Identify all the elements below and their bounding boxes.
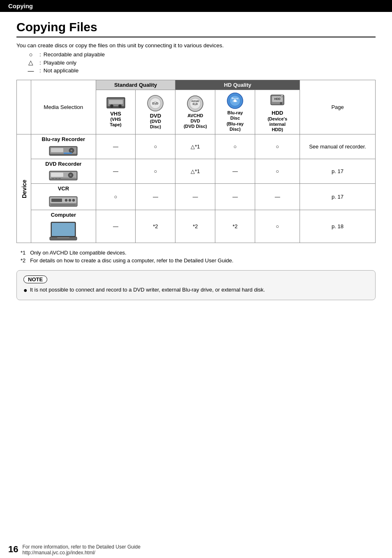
vcr-label: VCR: [31, 184, 96, 210]
vhs-media-header: VHS (VHS Tape): [96, 90, 136, 134]
main-content: Copying Files You can create discs or co…: [0, 12, 392, 315]
computer-page: p. 18: [300, 210, 376, 243]
hdd-media-header: HDD HDD (Device's internal HDD): [255, 90, 300, 134]
footnote-2: *2 For details on how to create a disc u…: [21, 257, 376, 264]
svg-text:DVD: DVD: [152, 102, 159, 105]
svg-rect-51: [57, 237, 69, 238]
dvd-rec-dvd: ○: [136, 159, 175, 184]
dvd-rec-vhs: —: [96, 159, 136, 184]
note-label: NOTE: [23, 276, 47, 283]
note-item-1: ● It is not possible to connect and reco…: [23, 287, 369, 294]
footnote-1-ref: *1: [21, 250, 29, 256]
footnote-2-ref: *2: [21, 257, 29, 264]
computer-hdd: ○: [255, 210, 300, 243]
svg-point-47: [72, 199, 75, 201]
bluray-rec-dvd: ○: [136, 134, 175, 159]
vcr-page: p. 17: [300, 184, 376, 210]
legend-symbol-triangle: △: [25, 59, 37, 66]
dvd-rec-page: p. 17: [300, 159, 376, 184]
legend-item-circle: ○ : Recordable and playable: [25, 51, 376, 58]
bluray-rec-bluray: ○: [215, 134, 255, 159]
svg-rect-31: [64, 153, 72, 154]
note-box: NOTE ● It is not possible to connect and…: [16, 270, 376, 300]
svg-point-2: [110, 104, 113, 108]
footnote-1: *1 Only on AVCHD Lite compatible devices…: [21, 250, 376, 256]
note-bullet: ●: [23, 287, 28, 294]
avchd-media-header: AVCHD DVD AVCHD DVD (DVD Disc): [175, 90, 215, 134]
dvd-rec-bluray: —: [215, 159, 255, 184]
footnote-1-text: Only on AVCHD Lite compatible devices.: [30, 250, 127, 256]
svg-text:HDD: HDD: [274, 97, 281, 100]
device-vertical-label: Device: [17, 134, 31, 243]
svg-rect-37: [55, 178, 58, 179]
legend-symbol-circle: ○: [25, 51, 37, 58]
computer-vhs: —: [96, 210, 136, 243]
standard-quality-header: Standard Quality: [96, 80, 175, 90]
footer-text: For more information, refer to the Detai…: [22, 544, 140, 556]
footer-line1: For more information, refer to the Detai…: [22, 544, 140, 550]
svg-rect-35: [51, 178, 76, 179]
svg-rect-36: [52, 178, 54, 179]
computer-bluray: *2: [215, 210, 255, 243]
svg-text:DVD: DVD: [193, 103, 198, 105]
svg-text:Blu-ray: Blu-ray: [232, 97, 239, 100]
computer-avchd: *2: [175, 210, 215, 243]
vcr-avchd: —: [175, 184, 215, 210]
page-title: Copying Files: [16, 20, 376, 37]
svg-point-3: [118, 104, 122, 108]
intro-text: You can create discs or copy the files o…: [16, 42, 376, 49]
svg-point-46: [69, 199, 71, 201]
svg-point-45: [65, 199, 67, 201]
svg-rect-34: [51, 173, 63, 177]
bluray-rec-page: See manual of recorder.: [300, 134, 376, 159]
computer-dvd: *2: [136, 210, 175, 243]
svg-rect-49: [52, 223, 75, 236]
legend-item-triangle: △ : Playable only: [25, 59, 376, 66]
footer-line2: http://manual.jvc.co.jp/index.html/: [22, 550, 140, 556]
bluray-rec-avchd: △*1: [175, 134, 215, 159]
svg-point-22: [280, 102, 282, 104]
dvd-recorder-label: DVD Recorder: [31, 159, 96, 184]
vcr-bluray: —: [215, 184, 255, 210]
svg-rect-4: [109, 100, 123, 104]
legend-symbol-dash: —: [25, 67, 37, 74]
svg-point-30: [71, 150, 72, 151]
dvd-rec-avchd: △*1: [175, 159, 215, 184]
svg-text:Disc: Disc: [233, 100, 238, 102]
footer: 16 For more information, refer to the De…: [0, 542, 392, 558]
vcr-vhs: ○: [96, 184, 136, 210]
bluray-rec-hdd: ○: [255, 134, 300, 159]
svg-text:AVCHD: AVCHD: [191, 100, 199, 102]
legend-desc-circle: Recordable and playable: [44, 51, 105, 58]
vcr-dvd: —: [136, 184, 175, 210]
page-header: Page: [300, 80, 376, 134]
bluray-recorder-label: Blu-ray Recorder: [31, 134, 96, 159]
media-selection-header: Media Selection: [31, 80, 96, 134]
bluray-rec-vhs: —: [96, 134, 136, 159]
legend: ○ : Recordable and playable △ : Playable…: [25, 51, 376, 74]
vcr-hdd: —: [255, 184, 300, 210]
svg-rect-44: [51, 199, 62, 202]
dvd-media-header: DVD DVD (DVD Disc): [136, 90, 175, 134]
legend-item-dash: — : Not applicable: [25, 67, 376, 74]
svg-rect-28: [51, 148, 63, 152]
dvd-rec-hdd: ○: [255, 159, 300, 184]
svg-rect-38: [58, 178, 61, 179]
footer-page-number: 16: [8, 544, 18, 555]
compatibility-table: Media Selection Standard Quality HD Qual…: [16, 80, 376, 243]
legend-desc-dash: Not applicable: [44, 67, 79, 74]
computer-label: Computer: [31, 210, 96, 243]
footnotes: *1 Only on AVCHD Lite compatible devices…: [21, 250, 376, 264]
svg-rect-43: [51, 204, 76, 206]
top-bar: Copying: [0, 0, 392, 12]
top-bar-label: Copying: [8, 2, 33, 9]
svg-point-40: [70, 174, 71, 176]
footnote-2-text: For details on how to create a disc usin…: [30, 257, 233, 264]
note-text-1: It is not possible to connect and record…: [30, 287, 265, 293]
bluray-media-header: Blu-ray Disc Blu-ray Disc (Blu-ray Disc): [215, 90, 255, 134]
legend-desc-triangle: Playable only: [44, 60, 76, 66]
hd-quality-header: HD Quality: [175, 80, 300, 90]
